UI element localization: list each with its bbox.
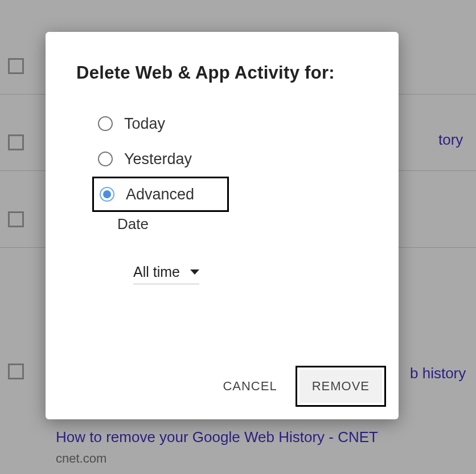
radio-icon xyxy=(98,152,113,166)
dialog-actions: CANCEL REMOVE xyxy=(210,366,386,407)
radio-label: Advanced xyxy=(126,186,194,203)
checkbox[interactable] xyxy=(8,363,24,379)
remove-button[interactable]: REMOVE xyxy=(299,370,382,403)
radio-option-yesterday[interactable]: Yesterday xyxy=(92,141,372,177)
radio-label: Yesterday xyxy=(124,150,192,168)
dropdown-value: All time xyxy=(133,264,180,280)
radio-option-today[interactable]: Today xyxy=(92,106,372,141)
result-link-fragment: tory xyxy=(438,131,463,149)
cancel-button[interactable]: CANCEL xyxy=(210,370,289,403)
radio-option-advanced[interactable]: Advanced xyxy=(92,177,229,212)
checkbox[interactable] xyxy=(8,211,24,227)
date-range-dropdown[interactable]: All time xyxy=(133,264,199,284)
checkbox[interactable] xyxy=(8,58,24,74)
result-title[interactable]: How to remove your Google Web History - … xyxy=(56,428,378,446)
radio-label: Today xyxy=(124,115,165,133)
dialog-title: Delete Web & App Activity for: xyxy=(76,63,372,83)
remove-highlight: REMOVE xyxy=(296,366,386,407)
result-link-fragment: b history xyxy=(410,365,466,382)
delete-activity-dialog: Delete Web & App Activity for: Today Yes… xyxy=(46,32,399,419)
radio-icon xyxy=(98,116,113,131)
date-sublabel: Date xyxy=(92,215,372,233)
result-domain: cnet.com xyxy=(56,451,106,466)
caret-down-icon xyxy=(190,269,199,275)
radio-icon-selected xyxy=(100,187,114,202)
time-range-radio-group: Today Yesterday Advanced Date All time xyxy=(76,106,372,284)
checkbox[interactable] xyxy=(8,134,24,150)
